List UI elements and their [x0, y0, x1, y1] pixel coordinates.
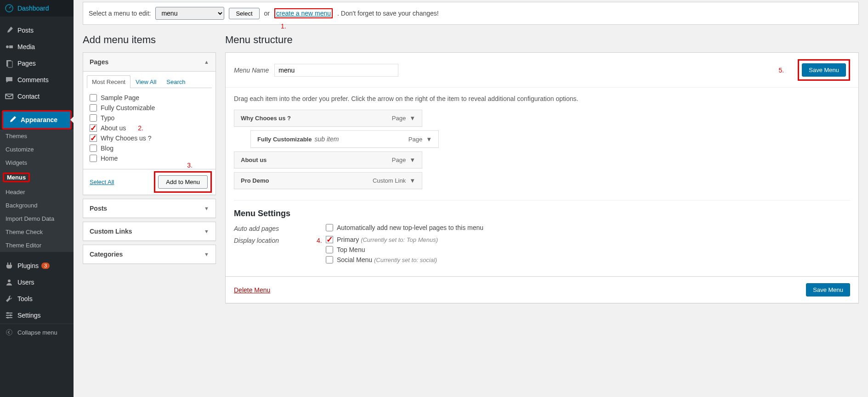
menu-item-handle[interactable]: About us Page▼	[234, 151, 422, 168]
caret-down-icon: ▼	[409, 177, 415, 184]
menu-item-handle[interactable]: Fully Customizablesub item Page▼	[250, 130, 439, 148]
menu-item-title: Fully Customizable	[257, 136, 312, 143]
page-checkbox-row: Typo	[90, 113, 209, 123]
media-icon	[5, 42, 14, 51]
caret-down-icon: ▼	[204, 229, 209, 234]
select-all-link[interactable]: Select All	[90, 179, 114, 185]
select-button[interactable]: Select	[229, 8, 259, 19]
annotation-1: 1.	[281, 22, 286, 30]
plugins-badge: 3	[41, 263, 50, 269]
submenu-customize[interactable]: Customize	[0, 143, 74, 156]
page-checkbox-row: Sample Page	[90, 93, 209, 103]
delete-menu-link[interactable]: Delete Menu	[234, 286, 270, 294]
sidebar-item-label: Settings	[17, 312, 41, 319]
sidebar-item-media[interactable]: Media	[0, 39, 74, 55]
posts-panel: Posts ▼	[83, 199, 216, 218]
sidebar-item-dashboard[interactable]: Dashboard	[0, 0, 74, 17]
menu-select[interactable]: menu	[155, 7, 224, 20]
location-meta: (Currently set to: social)	[374, 257, 437, 263]
save-menu-button-top[interactable]: Save Menu	[802, 63, 846, 77]
caret-down-icon: ▼	[204, 252, 209, 257]
location-checkbox[interactable]	[326, 246, 333, 253]
submenu-background[interactable]: Background	[0, 199, 74, 212]
svg-point-5	[8, 280, 11, 282]
create-new-menu-link[interactable]: create a new menu	[276, 10, 331, 17]
pages-tabs: Most Recent View All Search	[87, 75, 212, 88]
menu-structure-heading: Menu structure	[225, 34, 859, 46]
location-topmenu-row[interactable]: Top Menu	[326, 246, 438, 253]
pages-panel: Pages ▲ Most Recent View All Search Samp…	[83, 52, 216, 195]
custom-links-panel: Custom Links ▼	[83, 222, 216, 241]
page-checkbox[interactable]	[90, 114, 97, 122]
plug-icon	[5, 261, 14, 270]
sidebar-item-label: Media	[17, 43, 35, 50]
page-label: Why Chooes us ?	[101, 134, 152, 142]
location-label: Primary	[337, 236, 359, 243]
auto-add-checkbox[interactable]	[326, 224, 333, 231]
tab-view-all[interactable]: View All	[130, 75, 161, 88]
menu-item-handle[interactable]: Pro Demo Custom Link▼	[234, 172, 422, 189]
annotation-5: 5.	[779, 67, 784, 74]
submenu-themes[interactable]: Themes	[0, 129, 74, 143]
posts-panel-toggle[interactable]: Posts ▼	[83, 199, 216, 218]
submenu-import-demo-data[interactable]: Import Demo Data	[0, 212, 74, 225]
svg-point-1	[6, 45, 9, 48]
menu-item-type: Custom Link	[373, 177, 406, 184]
submenu-label: Theme Check	[6, 229, 43, 235]
menu-item-title: Pro Demo	[241, 177, 269, 184]
sidebar-item-contact[interactable]: Contact	[0, 88, 74, 105]
submenu-label: Themes	[6, 133, 27, 140]
auto-add-checkbox-row[interactable]: Automatically add new top-level pages to…	[326, 224, 483, 231]
tools-icon	[5, 294, 14, 303]
location-checkbox[interactable]	[326, 256, 333, 263]
submenu-widgets[interactable]: Widgets	[0, 156, 74, 169]
page-label: Home	[101, 155, 118, 162]
settings-icon	[5, 311, 14, 320]
categories-panel-toggle[interactable]: Categories ▼	[83, 245, 216, 263]
page-checkbox[interactable]	[90, 104, 97, 112]
page-checkbox-row: Fully Customizable	[90, 103, 209, 113]
mail-icon	[5, 92, 14, 101]
menu-name-input[interactable]	[274, 64, 398, 77]
page-checkbox-row: Blog	[90, 143, 209, 153]
custom-links-panel-toggle[interactable]: Custom Links ▼	[83, 222, 216, 240]
submenu-theme-editor[interactable]: Theme Editor	[0, 239, 74, 252]
sidebar-item-label: Appearance	[21, 116, 57, 123]
page-checkbox[interactable]	[90, 155, 97, 162]
submenu-header[interactable]: Header	[0, 185, 74, 199]
sidebar-item-tools[interactable]: Tools	[0, 291, 74, 307]
menu-item-type: Page	[392, 157, 406, 163]
submenu-label: Customize	[6, 146, 34, 153]
submenu-theme-check[interactable]: Theme Check	[0, 225, 74, 239]
menu-structure-frame: Menu Name 5. Save Menu Drag each item in…	[225, 52, 859, 303]
sidebar-item-users[interactable]: Users	[0, 274, 74, 291]
add-to-menu-button[interactable]: Add to Menu	[158, 175, 208, 189]
page-checkbox[interactable]	[90, 94, 97, 101]
menu-item-handle[interactable]: Why Chooes us ? Page▼	[234, 110, 422, 127]
location-primary-row[interactable]: Primary (Currently set to: Top Menus)	[326, 236, 438, 243]
pin-icon	[5, 26, 14, 35]
sidebar-item-appearance[interactable]: Appearance	[3, 112, 70, 128]
page-checkbox[interactable]	[90, 145, 97, 152]
menu-item-type: Page	[408, 136, 422, 143]
menu-item-title: Why Chooes us ?	[241, 115, 291, 122]
save-menu-button-bottom[interactable]: Save Menu	[806, 283, 850, 296]
tab-most-recent[interactable]: Most Recent	[87, 75, 130, 88]
sidebar-item-settings[interactable]: Settings	[0, 307, 74, 324]
sidebar-item-pages[interactable]: Pages	[0, 55, 74, 72]
collapse-menu[interactable]: Collapse menu	[0, 324, 74, 341]
page-checkbox-checked[interactable]	[90, 134, 97, 142]
sidebar-item-plugins[interactable]: Plugins 3	[0, 257, 74, 274]
page-checkbox-checked[interactable]	[90, 124, 97, 132]
location-social-row[interactable]: Social Menu (Currently set to: social)	[326, 256, 438, 263]
pages-panel-toggle[interactable]: Pages ▲	[83, 53, 216, 72]
admin-sidebar: Dashboard Posts Media Pages Comments Con…	[0, 0, 74, 397]
collapse-icon	[5, 328, 14, 337]
submenu-label: Menus	[3, 173, 30, 182]
dont-forget-text: . Don't forget to save your changes!	[337, 10, 439, 17]
submenu-menus[interactable]: Menus	[0, 169, 74, 185]
tab-search[interactable]: Search	[161, 75, 190, 88]
sidebar-item-posts[interactable]: Posts	[0, 22, 74, 39]
location-checkbox-checked[interactable]	[326, 236, 333, 243]
sidebar-item-comments[interactable]: Comments	[0, 72, 74, 88]
